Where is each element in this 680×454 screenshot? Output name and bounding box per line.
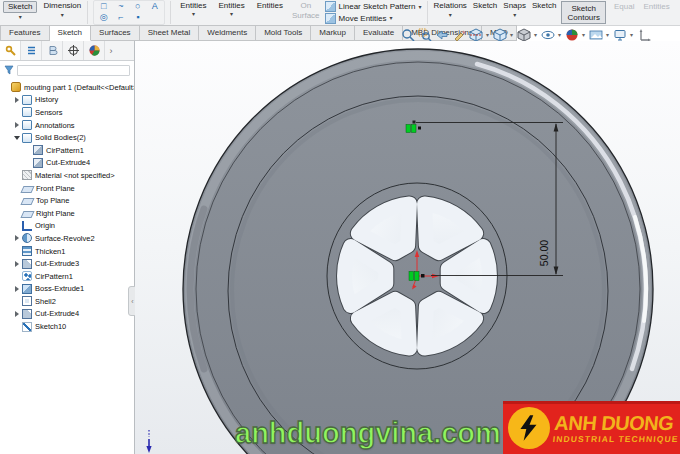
view-settings-icon[interactable] xyxy=(612,27,627,42)
entities-button-0[interactable]: Entities▾ xyxy=(174,0,212,25)
sketch-contours-button[interactable]: Sketch Contours xyxy=(561,1,605,24)
tree-item-cut-extrude3[interactable]: Cut-Extrude3 xyxy=(0,257,134,270)
tree-filter-input[interactable] xyxy=(17,65,130,76)
model-canvas[interactable]: 50.00 xyxy=(135,41,680,454)
entities-button-1[interactable]: Entities▾ xyxy=(213,0,251,25)
rectangle-tool-icon[interactable]: □ xyxy=(95,1,112,12)
tree-item-shell2[interactable]: Shell2 xyxy=(0,295,134,308)
expander-icon[interactable] xyxy=(13,134,21,142)
tree-item-solid-bodies-2[interactable]: Solid Bodies(2) xyxy=(0,131,134,144)
chevron-down-icon[interactable]: ▾ xyxy=(630,31,633,38)
tree-item-annotations[interactable]: Annotations xyxy=(0,119,134,132)
triad-icon[interactable] xyxy=(636,27,651,42)
chevron-down-icon[interactable]: ▾ xyxy=(606,31,609,38)
part-icon xyxy=(11,82,21,92)
tree-item-thicken1[interactable]: Thicken1 xyxy=(0,245,134,258)
tree-item-front-plane[interactable]: Front Plane xyxy=(0,182,134,195)
tree-item-surface-revolve2[interactable]: Surface-Revolve2 xyxy=(0,232,134,245)
tree-item-cirpattern1[interactable]: CirPattern1 xyxy=(0,270,134,283)
chevron-down-icon[interactable]: ▾ xyxy=(534,31,537,38)
expander-icon[interactable] xyxy=(13,96,21,104)
tab-markup[interactable]: Markup xyxy=(311,25,355,41)
circle-tool-icon[interactable]: ◎ xyxy=(95,12,112,23)
display-delete-relations-button[interactable]: Relations ▾ xyxy=(431,0,470,25)
tree-item-material-not-specified[interactable]: Material <not specified> xyxy=(0,169,134,182)
expander-spacer xyxy=(13,209,21,217)
zoom-to-fit-icon[interactable] xyxy=(400,27,415,42)
chevron-down-icon[interactable]: ▾ xyxy=(61,11,64,19)
display-style-icon[interactable] xyxy=(516,27,531,42)
plane-icon xyxy=(20,198,34,205)
tab-features[interactable]: Features xyxy=(0,25,50,41)
expander-icon[interactable] xyxy=(13,234,21,242)
quick-snaps-button[interactable]: Snaps ▾ xyxy=(500,0,529,25)
spline-tool-icon[interactable]: ~ xyxy=(112,1,129,12)
chevron-down-icon[interactable]: ▾ xyxy=(390,14,393,22)
smart-dimension-button[interactable]: Dimension ▾ xyxy=(40,0,84,25)
display-manager-tab[interactable] xyxy=(84,41,105,60)
sketch-tool-button[interactable]: Sketch ▾ xyxy=(0,0,40,25)
tab-evaluate[interactable]: Evaluate xyxy=(355,25,403,41)
dynamic-annotation-icon[interactable] xyxy=(451,27,466,42)
tree-item-origin[interactable]: Origin xyxy=(0,220,134,233)
chevron-down-icon[interactable]: ▾ xyxy=(513,11,516,19)
zoom-to-area-icon[interactable] xyxy=(417,27,432,42)
model-wheel[interactable] xyxy=(183,49,653,454)
point-tool-icon[interactable]: ▪ xyxy=(129,12,146,23)
tree-item-history[interactable]: History xyxy=(0,94,134,107)
tree-item-top-plane[interactable]: Top Plane xyxy=(0,194,134,207)
edit-appearance-icon[interactable] xyxy=(564,27,579,42)
tab-sketch[interactable]: Sketch xyxy=(50,25,91,41)
apply-scene-icon[interactable] xyxy=(588,27,603,42)
rapid-sketch-button[interactable]: Sketch xyxy=(529,0,559,25)
panel-tabs-overflow-button[interactable]: › xyxy=(105,41,117,60)
entities-button-2[interactable]: Entities xyxy=(251,0,289,25)
text-tool-icon[interactable]: A xyxy=(146,1,163,12)
tab-sheet-metal[interactable]: Sheet Metal xyxy=(140,25,200,41)
feature-manager-tab[interactable] xyxy=(0,41,21,60)
tree-item-label: Front Plane xyxy=(36,184,75,193)
ellipse-tool-icon[interactable]: ○ xyxy=(129,1,146,12)
tree-item-cirpattern1[interactable]: CirPattern1 xyxy=(0,144,134,157)
tab-mold-tools[interactable]: Mold Tools xyxy=(256,25,311,41)
move-entities-button[interactable]: Move Entities ▾ xyxy=(325,13,422,25)
expander-icon[interactable] xyxy=(13,310,21,318)
tree-item-mouting-part-1-default-default-d[interactable]: mouting part 1 (Default<<Default>_D xyxy=(0,81,134,94)
chevron-down-icon[interactable]: ▾ xyxy=(418,3,421,11)
view-orientation-icon[interactable] xyxy=(492,27,507,42)
move-entities-icon xyxy=(325,13,336,24)
tree-item-sketch10[interactable]: Sketch10 xyxy=(0,320,134,333)
chevron-down-icon[interactable]: ▾ xyxy=(192,10,195,18)
chevron-down-icon[interactable]: ▾ xyxy=(230,10,233,18)
entities-button-label: Entities xyxy=(219,1,245,10)
tab-surfaces[interactable]: Surfaces xyxy=(91,25,140,41)
dimxpert-manager-tab[interactable] xyxy=(63,41,84,60)
tree-item-cut-extrude4[interactable]: Cut-Extrude4 xyxy=(0,157,134,170)
property-manager-tab[interactable] xyxy=(21,41,42,60)
tab-weldments[interactable]: Weldments xyxy=(199,25,256,41)
configuration-manager-tab[interactable] xyxy=(42,41,63,60)
previous-view-icon[interactable] xyxy=(434,27,449,42)
hide-show-items-icon[interactable] xyxy=(540,27,555,42)
tree-item-label: Sensors xyxy=(35,108,63,117)
repair-sketch-button[interactable]: Sketch xyxy=(470,0,500,25)
tree-item-sensors[interactable]: Sensors xyxy=(0,106,134,119)
tree-item-right-plane[interactable]: Right Plane xyxy=(0,207,134,220)
tree-item-cut-extrude4[interactable]: Cut-Extrude4 xyxy=(0,308,134,321)
graphics-viewport[interactable]: 50.00 anhduongvina.com ANH DUONG INDUSTR… xyxy=(135,41,680,454)
chevron-down-icon[interactable]: ▾ xyxy=(582,31,585,38)
chevron-down-icon[interactable]: ▾ xyxy=(510,31,513,38)
expander-icon[interactable] xyxy=(13,121,21,129)
expander-icon[interactable] xyxy=(13,285,21,293)
feature-manager-panel: › mouting part 1 (Default<<Default>_DHis… xyxy=(0,41,135,454)
tree-item-boss-extrude1[interactable]: Boss-Extrude1 xyxy=(0,283,134,296)
chevron-down-icon[interactable]: ▾ xyxy=(449,11,452,19)
chevron-down-icon[interactable]: ▾ xyxy=(19,13,22,21)
linear-sketch-pattern-button[interactable]: Linear Sketch Pattern ▾ xyxy=(325,1,422,13)
arc-tool-icon[interactable]: ⌐ xyxy=(112,12,129,23)
sketch-icon xyxy=(22,322,32,332)
chevron-down-icon[interactable]: ▾ xyxy=(558,31,561,38)
expander-icon[interactable] xyxy=(13,260,21,268)
chevron-down-icon[interactable]: ▾ xyxy=(486,31,489,38)
section-view-icon[interactable] xyxy=(468,27,483,42)
